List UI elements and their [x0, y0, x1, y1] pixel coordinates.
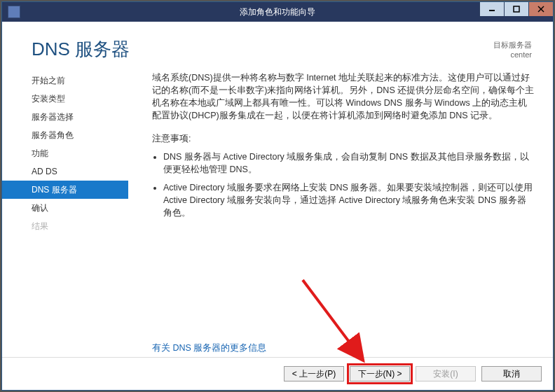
sidebar-item-0[interactable]: 开始之前 [2, 71, 128, 90]
target-server-block: 目标服务器 center [493, 37, 532, 59]
notes-title: 注意事项: [152, 132, 535, 145]
window-title: 添加角色和功能向导 [2, 6, 553, 18]
app-icon [8, 6, 20, 18]
minimize-button[interactable] [479, 2, 504, 16]
close-button[interactable] [528, 2, 553, 16]
more-info-link[interactable]: 有关 DNS 服务器的更多信息 [152, 342, 266, 354]
wizard-body: 开始之前安装类型服务器选择服务器角色功能AD DSDNS 服务器确认结果 域名系… [2, 69, 553, 357]
cancel-button[interactable]: 取消 [481, 366, 542, 382]
notes-list: DNS 服务器与 Active Directory 域服务集成，会自动复制 DN… [163, 150, 535, 220]
next-button[interactable]: 下一步(N) > [350, 366, 410, 382]
sidebar-item-1[interactable]: 安装类型 [2, 90, 128, 108]
target-server-label: 目标服务器 [493, 40, 532, 50]
window-controls [479, 2, 553, 16]
svg-rect-1 [514, 6, 519, 12]
maximize-icon [513, 6, 520, 13]
sidebar-item-7[interactable]: 确认 [2, 199, 128, 217]
install-button: 安装(I) [416, 366, 476, 382]
previous-button[interactable]: < 上一步(P) [284, 366, 344, 382]
wizard-window: 添加角色和功能向导 DNS 服务器 目标服务器 center 开始之前安装类型服… [1, 1, 554, 391]
titlebar: 添加角色和功能向导 [2, 2, 553, 22]
sidebar-item-8: 结果 [2, 217, 128, 235]
sidebar: 开始之前安装类型服务器选择服务器角色功能AD DSDNS 服务器确认结果 [2, 69, 128, 357]
notes-bullet-1: Active Directory 域服务要求在网络上安装 DNS 服务器。如果要… [163, 181, 535, 219]
sidebar-item-6[interactable]: DNS 服务器 [2, 181, 128, 199]
sidebar-item-3[interactable]: 服务器角色 [2, 126, 128, 144]
page-title: DNS 服务器 [32, 37, 130, 62]
maximize-button[interactable] [504, 2, 528, 16]
sidebar-item-2[interactable]: 服务器选择 [2, 108, 128, 126]
minimize-icon [488, 6, 495, 13]
wizard-footer: < 上一步(P) 下一步(N) > 安装(I) 取消 [2, 357, 553, 390]
target-server-value: center [493, 50, 532, 59]
description-text: 域名系统(DNS)提供一种将名称与数字 Internet 地址关联起来的标准方法… [152, 71, 535, 122]
wizard-header: DNS 服务器 目标服务器 center [2, 22, 553, 69]
content-pane: 域名系统(DNS)提供一种将名称与数字 Internet 地址关联起来的标准方法… [128, 69, 553, 357]
sidebar-item-4[interactable]: 功能 [2, 144, 128, 162]
close-icon [537, 6, 544, 13]
notes-bullet-0: DNS 服务器与 Active Directory 域服务集成，会自动复制 DN… [163, 150, 535, 176]
sidebar-item-5[interactable]: AD DS [2, 162, 128, 181]
